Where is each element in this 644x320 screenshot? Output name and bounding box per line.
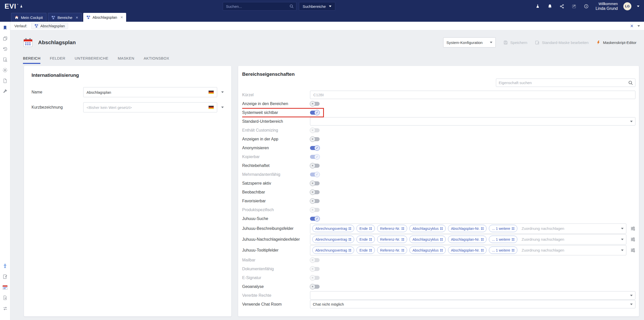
tab-mein-cockpit[interactable]: Mein Cockpit bbox=[11, 13, 46, 22]
form-search-icon[interactable] bbox=[2, 57, 8, 63]
x-icon: × bbox=[310, 275, 315, 281]
language-text-field[interactable]: Abschlagsplan bbox=[83, 87, 217, 97]
tab-label: Bereiche bbox=[58, 15, 72, 20]
tab-label: Abschlagsplan bbox=[93, 15, 117, 19]
x-icon: × bbox=[310, 128, 315, 133]
document-icon[interactable] bbox=[2, 78, 8, 84]
toggle-switch[interactable]: × bbox=[310, 102, 320, 106]
bell-icon[interactable] bbox=[547, 3, 553, 10]
section-tab-aktionsbox[interactable]: AKTIONSBOX bbox=[144, 56, 169, 64]
field-chip[interactable]: Abschlagszyklus bbox=[409, 247, 446, 254]
mask-script-editor-button[interactable]: Maskenskript-Editor bbox=[596, 40, 636, 45]
toggle-switch[interactable]: × bbox=[310, 190, 320, 194]
section-tab-felder[interactable]: FELDER bbox=[50, 56, 65, 64]
search-icon[interactable] bbox=[628, 80, 633, 85]
field-chip[interactable]: Referenz-Nr. bbox=[377, 225, 407, 232]
field-chip[interactable]: Referenz-Nr. bbox=[377, 247, 407, 254]
calendar-icon[interactable] bbox=[2, 284, 8, 290]
cards: Internationalisierung NameAbschlagsplanK… bbox=[24, 66, 639, 316]
close-tab-icon[interactable]: × bbox=[120, 15, 123, 19]
more-chip[interactable]: ... 1 weitere bbox=[489, 247, 517, 254]
transfer-icon[interactable] bbox=[2, 305, 8, 311]
info-icon[interactable] bbox=[583, 3, 590, 10]
search-scope-dropdown[interactable]: Suchbereiche bbox=[299, 2, 335, 11]
field-label: Kurzbezeichnung bbox=[32, 105, 83, 110]
chip-field[interactable]: AbrechnungsvertragEndeReferenz-Nr.Abschl… bbox=[310, 245, 626, 255]
toggle-switch[interactable]: × bbox=[310, 199, 320, 203]
field-chip[interactable]: Abschlagsplan-Nr. bbox=[448, 225, 487, 232]
property-control: ✓ bbox=[310, 173, 635, 177]
language-text-field[interactable]: <Bisher kein Wert gesetzt> bbox=[83, 102, 217, 112]
chip-field[interactable]: AbrechnungsvertragEndeReferenz-Nr.Abschl… bbox=[310, 224, 626, 234]
user-menu-chevron-icon[interactable] bbox=[637, 6, 639, 7]
expand-languages-chevron-icon[interactable] bbox=[221, 91, 224, 93]
accessibility-icon[interactable] bbox=[2, 263, 8, 269]
filter-settings-icon[interactable] bbox=[630, 237, 635, 242]
gear-icon[interactable] bbox=[2, 67, 8, 73]
field-chip[interactable]: Referenz-Nr. bbox=[377, 236, 407, 243]
x-icon: × bbox=[310, 101, 315, 107]
field-chip[interactable]: Abrechnungsvertrag bbox=[312, 236, 354, 243]
section-tab-unterbereiche[interactable]: UNTERBEREICHE bbox=[75, 56, 108, 64]
toggle-switch[interactable]: × bbox=[310, 285, 320, 289]
toggle-switch[interactable]: ✓ bbox=[310, 111, 320, 115]
toggle-switch[interactable]: ✓ bbox=[310, 217, 320, 221]
select-field[interactable] bbox=[310, 117, 635, 126]
field-chip[interactable]: Ende bbox=[356, 247, 375, 254]
document-export-icon[interactable] bbox=[2, 295, 8, 301]
avatar[interactable]: LG bbox=[623, 2, 631, 10]
field-chip[interactable]: Ende bbox=[356, 236, 375, 243]
filter-settings-icon[interactable] bbox=[630, 226, 635, 231]
toggle-switch[interactable]: × bbox=[310, 137, 320, 141]
note-edit-icon[interactable] bbox=[2, 274, 8, 280]
property-row: Verwende Chat RoomChat nicht möglich bbox=[242, 300, 635, 309]
chip-label: Abschlagszyklus bbox=[412, 237, 439, 241]
filter-settings-icon[interactable] bbox=[630, 248, 635, 253]
chip-label: Referenz-Nr. bbox=[380, 227, 400, 231]
flask-icon[interactable] bbox=[535, 3, 541, 10]
window-copy-icon[interactable] bbox=[2, 35, 8, 41]
search-input[interactable] bbox=[223, 2, 296, 10]
history-item-abschlagsplan[interactable]: Abschlagsplan bbox=[31, 23, 68, 29]
edit-standard-mask-button[interactable]: Standard-Maske bearbeiten bbox=[535, 40, 589, 45]
expand-languages-chevron-icon[interactable] bbox=[221, 107, 224, 108]
field-chip[interactable]: Abrechnungsvertrag bbox=[312, 225, 354, 232]
table-icon bbox=[349, 227, 351, 230]
tab-bereiche[interactable]: Bereiche× bbox=[48, 13, 82, 22]
field-chip[interactable]: Abschlagszyklus bbox=[409, 225, 446, 232]
field-chip[interactable]: Abschlagsplan-Nr. bbox=[448, 247, 487, 254]
select-field[interactable]: Chat nicht möglich bbox=[310, 300, 635, 308]
toggle-switch[interactable]: ✓ bbox=[310, 146, 320, 150]
section-tab-bereich[interactable]: BEREICH bbox=[23, 56, 40, 64]
history-icon[interactable] bbox=[2, 46, 8, 52]
table-icon bbox=[402, 249, 404, 252]
toggle-switch[interactable]: × bbox=[310, 164, 320, 168]
chip-field[interactable]: AbrechnungsvertragEndeReferenz-Nr.Abschl… bbox=[310, 234, 626, 244]
close-icon[interactable]: × bbox=[630, 23, 633, 29]
more-chip[interactable]: ... 1 weitere bbox=[489, 225, 517, 232]
section-tab-masken[interactable]: MASKEN bbox=[118, 56, 134, 64]
property-label: Dokumentenfähig bbox=[242, 267, 310, 271]
property-control: ✓ bbox=[310, 111, 635, 115]
property-label: Kopierbar bbox=[242, 155, 310, 159]
app-logo[interactable]: EVI ° bbox=[5, 3, 23, 10]
property-search-input[interactable] bbox=[496, 79, 635, 87]
wrench-icon[interactable] bbox=[2, 88, 8, 94]
property-label: Verwende Chat Room bbox=[242, 302, 310, 307]
configuration-select[interactable]: System-Konfiguration bbox=[443, 37, 496, 47]
bookmark-icon[interactable] bbox=[2, 25, 8, 31]
more-chip[interactable]: ... 1 weitere bbox=[489, 236, 517, 243]
share-icon[interactable] bbox=[559, 3, 565, 10]
i18n-field-row: NameAbschlagsplan bbox=[32, 87, 224, 97]
tab-abschlagsplan[interactable]: Abschlagsplan× bbox=[83, 13, 126, 22]
search-icon[interactable] bbox=[289, 4, 294, 9]
save-button[interactable]: Speichern bbox=[503, 40, 527, 45]
close-tab-icon[interactable]: × bbox=[76, 15, 78, 20]
field-chip[interactable]: Abschlagsplan-Nr. bbox=[448, 236, 487, 243]
history-menu-chevron-icon[interactable] bbox=[637, 25, 640, 27]
field-chip[interactable]: Abrechnungsvertrag bbox=[312, 247, 354, 254]
toggle-switch[interactable]: × bbox=[310, 181, 320, 185]
property-control: × bbox=[310, 258, 635, 262]
field-chip[interactable]: Ende bbox=[356, 225, 375, 232]
field-chip[interactable]: Abschlagszyklus bbox=[409, 236, 446, 243]
